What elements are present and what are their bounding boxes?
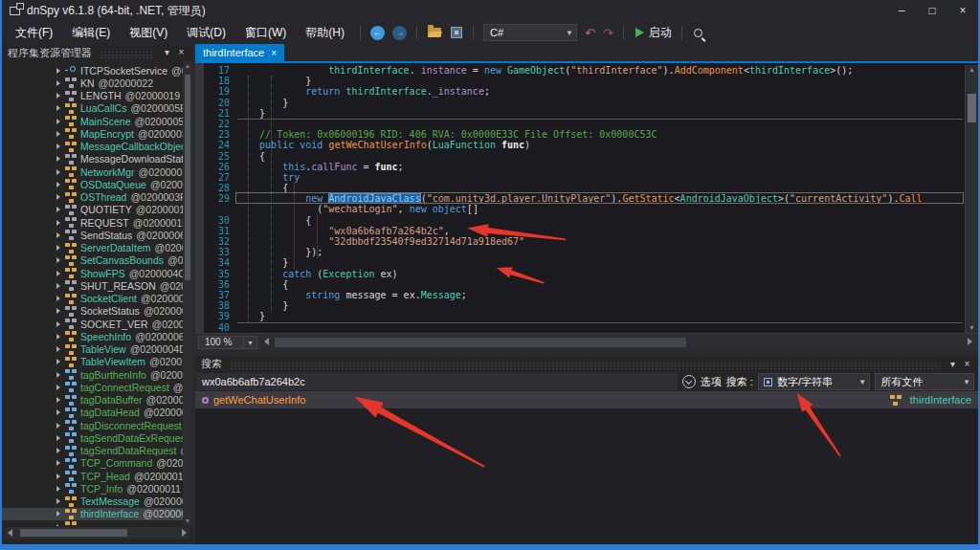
menu-item[interactable]: 窗口(W): [235, 21, 296, 44]
expand-icon[interactable]: [56, 409, 60, 415]
expand-icon[interactable]: [56, 423, 60, 429]
zoom-level[interactable]: 100 %: [198, 336, 244, 349]
tree-item[interactable]: thirdInterface@020000: [2, 508, 192, 520]
code-line[interactable]: 36{: [195, 279, 978, 290]
tree-item[interactable]: TableView@0200004D: [2, 343, 192, 356]
tree-item[interactable]: tagDisconnectRequest: [2, 419, 192, 431]
panel-menu-button[interactable]: ▾: [946, 356, 960, 373]
search-result-row[interactable]: getWeChatUserInfothirdInterface: [195, 391, 978, 408]
expand-icon[interactable]: [56, 105, 60, 111]
maximize-button[interactable]: □: [917, 0, 947, 21]
tree-item[interactable]: MainScene@02000057: [2, 115, 192, 127]
tree-horizontal-scrollbar[interactable]: [5, 527, 189, 539]
tree-vertical-scrollbar[interactable]: ▲ ▼: [183, 61, 192, 526]
tree-item[interactable]: OSDataQueue@02000: [2, 178, 192, 190]
tree-item[interactable]: TableViewItem@0200: [2, 356, 192, 368]
expand-icon[interactable]: [56, 207, 60, 212]
tree-item[interactable]: SHUT_REASON@0200: [2, 279, 192, 292]
scroll-left-icon[interactable]: [8, 529, 12, 537]
language-select[interactable]: C# ▼: [483, 24, 577, 41]
expand-icon[interactable]: [56, 346, 60, 352]
tree-item[interactable]: NetworkMgr@020000: [2, 165, 192, 178]
code-line[interactable]: 24public void getWeChatUserInfo(LuaFunct…: [195, 140, 978, 150]
expand-icon[interactable]: [56, 143, 60, 149]
tree-item[interactable]: tagBurthenInfo@0200: [2, 368, 192, 381]
tree-item[interactable]: tagSendDataExRequest: [2, 431, 192, 444]
code-line[interactable]: 38}: [195, 300, 978, 311]
tree-item[interactable]: [2, 520, 192, 526]
expand-icon[interactable]: [56, 131, 60, 137]
code-line[interactable]: 40: [195, 322, 978, 333]
minimize-button[interactable]: –: [886, 0, 917, 21]
expand-icon[interactable]: [56, 321, 60, 327]
expand-icon[interactable]: [56, 245, 60, 251]
tree-item[interactable]: MessageCallbackObjec: [2, 141, 192, 153]
redo-button[interactable]: ↷: [603, 26, 613, 40]
menu-item[interactable]: 帮助(H): [296, 21, 354, 44]
panel-menu-button[interactable]: ▾: [160, 44, 174, 61]
scroll-right-icon[interactable]: [968, 338, 972, 345]
expand-icon[interactable]: [56, 257, 60, 263]
expand-icon[interactable]: [56, 93, 60, 99]
code-line[interactable]: 33});: [195, 247, 978, 257]
scroll-down-icon[interactable]: ▼: [183, 517, 192, 525]
code-line[interactable]: 19return thirdInterface._instance;: [195, 86, 978, 97]
expand-icon[interactable]: [56, 473, 60, 479]
expand-icon[interactable]: [56, 156, 60, 162]
code-line[interactable]: 31"wx0a6b6afb7a264b2c",: [195, 226, 978, 236]
tree-item[interactable]: TCP_Info@02000011: [2, 482, 192, 495]
tree-item[interactable]: MapEncrypt@0200003: [2, 127, 192, 140]
scrollbar-thumb[interactable]: [968, 94, 976, 122]
expand-icon[interactable]: [56, 308, 60, 314]
search-icon[interactable]: [694, 29, 702, 37]
expand-icon[interactable]: [56, 524, 60, 526]
expand-icon[interactable]: [56, 385, 60, 390]
expand-icon[interactable]: [56, 283, 60, 289]
tree-item[interactable]: TCP_Command@0200: [2, 457, 192, 470]
expand-icon[interactable]: [56, 271, 60, 276]
expand-icon[interactable]: [56, 68, 60, 74]
code-line[interactable]: 17thirdInterface._instance = new GameObj…: [195, 65, 978, 76]
expand-icon[interactable]: [56, 372, 60, 378]
code-line[interactable]: ("wechatLogin", new object[]: [195, 204, 978, 214]
code-line[interactable]: 20}: [195, 98, 978, 108]
code-line[interactable]: 30{: [195, 215, 978, 226]
navigate-back-button[interactable]: ←: [370, 26, 385, 40]
scroll-left-icon[interactable]: [264, 338, 269, 345]
tree-item[interactable]: ShowFPS@0200004C: [2, 267, 192, 279]
start-debug-label[interactable]: 启动: [649, 25, 672, 41]
tree-item[interactable]: SetCanvasBounds@02: [2, 254, 192, 267]
expand-icon[interactable]: [56, 220, 60, 226]
tree-item[interactable]: KN@02000022: [2, 77, 192, 89]
tab-close-icon[interactable]: ×: [271, 48, 277, 58]
start-debug-icon[interactable]: [635, 28, 644, 37]
scrollbar-thumb[interactable]: [185, 75, 190, 280]
expand-icon[interactable]: [56, 80, 60, 86]
expand-icon[interactable]: [56, 448, 60, 453]
tree-item[interactable]: REQUEST@0200001B: [2, 216, 192, 229]
tree-item[interactable]: MessageDownloadStat: [2, 153, 192, 165]
scrollbar-thumb[interactable]: [275, 338, 686, 347]
scroll-down-icon[interactable]: ▼: [966, 323, 978, 333]
tree-item[interactable]: ServerDataItem@0200: [2, 242, 192, 254]
code-editor[interactable]: 17thirdInterface._instance = new GameObj…: [195, 63, 978, 333]
tree-item[interactable]: SpeechInfo@0200006D: [2, 330, 192, 342]
expand-icon[interactable]: [56, 359, 60, 364]
tree-item[interactable]: LENGTH@02000019: [2, 90, 192, 102]
expand-icon[interactable]: [56, 334, 60, 340]
tree-item[interactable]: SocketStatus@020000: [2, 305, 192, 318]
code-line[interactable]: 21}: [195, 108, 978, 119]
code-line[interactable]: 29new AndroidJavaClass("com.unity3d.play…: [195, 193, 978, 204]
tree-item[interactable]: SocketClient@0200004: [2, 293, 192, 305]
open-file-icon[interactable]: [428, 28, 441, 37]
tree-item[interactable]: LuaCallCs@0200005E: [2, 102, 192, 115]
code-line[interactable]: 37string message = ex.Message;: [195, 290, 978, 300]
expand-icon[interactable]: [56, 435, 60, 441]
tree-item[interactable]: TextMessage@020000: [2, 495, 192, 508]
panel-close-button[interactable]: ×: [960, 356, 974, 373]
menu-item[interactable]: 调试(D): [177, 21, 235, 44]
editor-horizontal-scrollbar[interactable]: [261, 336, 975, 349]
code-line[interactable]: 39}: [195, 311, 978, 321]
search-type-select[interactable]: 数字/字符串 ▼: [758, 373, 870, 390]
tree-item[interactable]: OSThread@0200003F: [2, 191, 192, 204]
